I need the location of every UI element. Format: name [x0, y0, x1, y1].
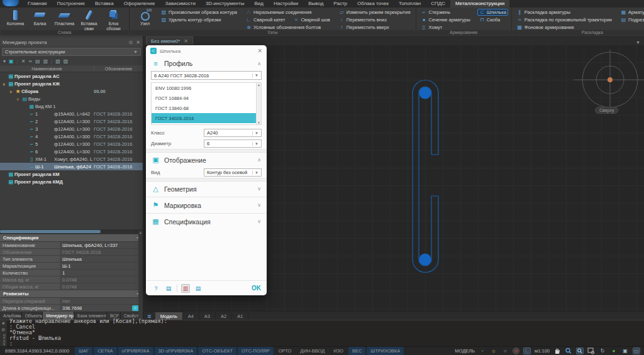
expander-icon[interactable]: ∨: [3, 82, 8, 86]
ribbon-tab[interactable]: Облака точек: [352, 0, 394, 8]
tree-row[interactable]: ▤ Проект раздела КМ: [0, 170, 143, 178]
ribbon-small-button[interactable]: ▱ Изменить режим перекрытия: [337, 9, 413, 16]
stud-contour[interactable]: [413, 80, 438, 273]
status-toggle[interactable]: СЕТКА: [94, 347, 116, 355]
tree-row[interactable]: ▯ ХМ-1 Хомут, ф6А240, L ГОСТ 34028-2016: [0, 155, 143, 163]
help-icon[interactable]: ?: [152, 284, 160, 293]
tree-row[interactable]: ∨ ▤ Проект раздела КЖ: [0, 80, 143, 87]
status-toggle[interactable]: оПРИВЯЗКА: [118, 347, 153, 355]
spec-value-cell[interactable]: 336.7698 ⌕: [60, 305, 143, 311]
ok-button[interactable]: OK: [252, 285, 261, 292]
ribbon-tab[interactable]: Растр: [328, 0, 352, 8]
compass-center-dot[interactable]: [608, 77, 613, 82]
ribbon-tab[interactable]: Металлоконструкции: [450, 0, 509, 8]
tree-column-header[interactable]: Наименование Обозначение: [0, 65, 143, 72]
spec-value-cell[interactable]: ГОСТ 34028-2016 ⌕: [60, 249, 143, 255]
cut-icon[interactable]: ✕: [21, 58, 26, 64]
view-compass[interactable]: [574, 50, 644, 110]
orbit-icon[interactable]: ↻: [599, 347, 606, 354]
ribbon-small-button[interactable]: ≈ Раскладка по произвольной траектории: [515, 16, 614, 23]
tree-row[interactable]: ▤ Проект раздела АС: [0, 72, 143, 80]
tree-row[interactable]: ⌐ 1 ф15А400, L=842 ГОСТ 34028-2016: [0, 110, 143, 117]
diameter-combobox[interactable]: 6 ▼: [204, 139, 262, 148]
status-toggle[interactable]: ОРТО: [275, 347, 296, 355]
dialog-close-icon[interactable]: ✕: [257, 48, 262, 54]
tab-list-dropdown-icon[interactable]: ▼: [636, 40, 640, 45]
model-space-label[interactable]: МОДЕЛЬ: [455, 348, 475, 354]
close-panel-icon[interactable]: ✕: [136, 40, 140, 45]
spec-row[interactable]: Марка/позиция Ш-1 ⌕: [0, 263, 143, 270]
spec-toggle-icon[interactable]: ▥: [181, 284, 190, 293]
dialog-title-bar[interactable]: ⊂ Шпилька ✕: [146, 45, 267, 57]
annotation-visibility-icon[interactable]: ☼: [490, 347, 497, 354]
section-display[interactable]: ▣ Отображение ∧: [146, 153, 267, 167]
spec-value-cell[interactable]: Шпилька, ф6А240, L=337 ⌕: [60, 242, 143, 248]
ribbon-small-button[interactable]: ▧ Произвольная обрезка контура: [159, 9, 239, 16]
section-specification[interactable]: ▦ Спецификация ∨: [146, 214, 267, 229]
chevron-down-icon[interactable]: ∨: [257, 219, 261, 224]
paste-icon[interactable]: ▥: [43, 58, 48, 64]
class-combobox[interactable]: А240 ▼: [204, 129, 262, 137]
close-tab-icon[interactable]: ✕: [184, 38, 188, 44]
scrollbar-thumb[interactable]: [0, 230, 101, 233]
ribbon-big-button[interactable]: Вставка сваи: [77, 9, 101, 31]
link-icon[interactable]: ∞: [28, 58, 32, 64]
ribbon-small-button[interactable]: ● Сечение арматуры: [419, 16, 472, 23]
expander-icon[interactable]: ∨: [9, 89, 14, 94]
status-toggle[interactable]: ИЗО: [330, 347, 347, 355]
spec-row[interactable]: Количество 1 ⌕: [0, 270, 143, 276]
tree-row[interactable]: ▦ Вид КМ 1: [0, 102, 143, 110]
ribbon-small-button[interactable]: ⊓ Скоба: [477, 16, 502, 23]
spec-value-cell[interactable]: Нет ⌕: [60, 298, 143, 304]
node-big-button[interactable]: Узел: [133, 9, 157, 26]
status-toggle[interactable]: ШАГ: [75, 347, 92, 355]
zoom-window-icon[interactable]: [576, 347, 584, 354]
tree-row[interactable]: ⌐ 6 ф12А400, L=300 ГОСТ 34028-2016: [0, 148, 143, 155]
pin-icon[interactable]: ⊙: [129, 40, 133, 45]
ribbon-tab[interactable]: Вид: [249, 0, 268, 8]
status-toggle[interactable]: ДИН-ВВОД: [296, 347, 328, 355]
status-toggle[interactable]: ОТС-ПОЛЯР: [238, 347, 274, 355]
close-command-icon[interactable]: ✕: [2, 321, 6, 326]
lock-ui-icon[interactable]: ⊘: [513, 347, 519, 354]
spec-row[interactable]: Перепуск стержней Нет ⌕: [0, 298, 143, 305]
spec-section-header[interactable]: Реквизиты −: [0, 290, 143, 298]
ribbon-small-button[interactable]: ⌐ Стержень: [419, 9, 452, 16]
zoom-extents-icon[interactable]: [587, 347, 595, 354]
expander-icon[interactable]: ∨: [16, 97, 21, 101]
edit-icon[interactable]: ▧: [55, 58, 60, 64]
copy-properties-icon[interactable]: ▤: [194, 284, 203, 293]
copy-icon[interactable]: ▤: [35, 58, 40, 64]
profile-combobox[interactable]: 6 А240 ГОСТ 34028-2016 ▼: [151, 71, 262, 80]
ribbon-tab[interactable]: Вывод: [303, 0, 328, 8]
ribbon-tab[interactable]: Построение: [52, 0, 90, 8]
standard-list-item[interactable]: ГОСТ 13840-68: [152, 103, 256, 113]
ribbon-tab[interactable]: Настройки: [269, 0, 303, 8]
command-history[interactable]: Укажите направление анкеров или [Косая],…: [7, 319, 644, 346]
tree-row[interactable]: ⌐ 4 ф12А400, L=300 ГОСТ 34028-2016: [0, 133, 143, 140]
ribbon-small-button[interactable]: ↓ Переместить вниз: [337, 16, 389, 23]
spec-value-cell[interactable]: 0.0748 ⌕: [60, 283, 143, 290]
spec-value-cell[interactable]: 0.0748 ⌕: [60, 276, 143, 283]
spec-row[interactable]: Общая масса, кг 0.0748 ⌕: [0, 283, 143, 290]
ribbon-big-button[interactable]: Пластина: [52, 9, 77, 31]
lock-icon[interactable]: ▨: [64, 58, 69, 64]
dialog-settings-icon[interactable]: ▤: [164, 284, 173, 293]
status-toggle[interactable]: ШТРИХОВКА: [367, 347, 404, 355]
add-view-icon[interactable]: ▣: [9, 58, 14, 64]
dropdown-icon[interactable]: ▾: [3, 58, 6, 64]
ribbon-big-button[interactable]: Балка: [28, 9, 52, 31]
ribbon-big-button[interactable]: Колонна: [3, 9, 28, 31]
ribbon-tab[interactable]: 3D-инструменты: [201, 0, 250, 8]
spec-value-cell[interactable]: 1 ⌕: [60, 270, 143, 276]
section-geometry[interactable]: △ Геометрия ∨: [146, 182, 267, 196]
spec-section-header[interactable]: Спецификация −: [0, 234, 143, 242]
status-toggle[interactable]: ВЕС: [348, 347, 365, 355]
spec-row[interactable]: Длина в спецификаци... 336.7698 ⌕: [0, 305, 143, 312]
pan-hand-icon[interactable]: [553, 347, 561, 354]
ribbon-small-button[interactable]: ▨ Удалить контур обрезки: [159, 16, 223, 23]
tree-row[interactable]: ∨ ★ Сборка 00.00: [0, 87, 143, 95]
ribbon-tab[interactable]: Вставка: [90, 0, 119, 8]
spec-value-cell[interactable]: Ш-1 ⌕: [60, 263, 143, 269]
view-combobox[interactable]: Контур без осевой ▼: [204, 168, 262, 177]
